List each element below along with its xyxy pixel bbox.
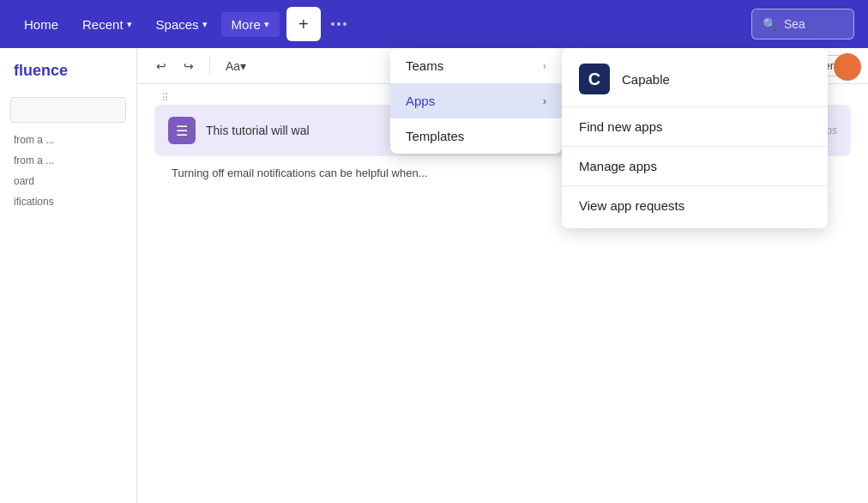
tutorial-text: This tutorial will wal: [206, 124, 310, 137]
nav-recent[interactable]: Recent ▾: [72, 12, 142, 37]
chevron-down-icon: ▾: [127, 19, 132, 30]
apps-manage[interactable]: Manage apps: [562, 150, 828, 182]
nav-more-label: More: [232, 17, 261, 32]
dropdown-apps: C Capable Find new apps Manage apps View…: [562, 48, 828, 228]
dots-menu[interactable]: [331, 22, 347, 26]
dropdown-more: Teams › Apps › Templates: [390, 48, 562, 154]
sidebar: fluence from a ... from a ... oard ifica…: [0, 48, 137, 503]
apps-separator: [562, 146, 828, 147]
dropdown-item-teams[interactable]: Teams ›: [390, 48, 562, 83]
chevron-down-icon: ▾: [202, 19, 208, 30]
nav-more[interactable]: More ▾: [221, 12, 280, 37]
sidebar-item-1[interactable]: from a ...: [0, 130, 136, 150]
search-box[interactable]: 🔍 Sea: [751, 9, 854, 39]
redo-button[interactable]: ↪: [178, 56, 199, 76]
nav-recent-label: Recent: [82, 17, 124, 32]
apps-find-new[interactable]: Find new apps: [562, 111, 828, 142]
nav-spaces[interactable]: Spaces ▾: [146, 12, 218, 37]
teams-label: Teams: [406, 58, 443, 73]
topnav: Home Recent ▾ Spaces ▾ More ▾ + 🔍 Sea: [0, 0, 868, 48]
dropdown-item-apps[interactable]: Apps ›: [390, 83, 562, 118]
font-button[interactable]: Aa▾: [220, 56, 251, 76]
dot: [337, 22, 341, 26]
dropdown-item-templates[interactable]: Templates: [390, 118, 562, 154]
apps-label: Apps: [406, 94, 435, 108]
sidebar-item-3[interactable]: oard: [0, 171, 136, 191]
drag-handle: ⠿: [161, 92, 169, 104]
apps-item-capable[interactable]: C Capable: [562, 55, 828, 103]
tutorial-icon: ☰: [168, 117, 196, 144]
nav-spaces-label: Spaces: [156, 17, 199, 32]
dot: [331, 22, 335, 26]
chevron-right-icon: ›: [543, 95, 546, 107]
sidebar-logo: fluence: [0, 62, 136, 90]
apps-view-requests[interactable]: View app requests: [562, 190, 828, 221]
nav-home[interactable]: Home: [14, 12, 69, 37]
undo-button[interactable]: ↩: [151, 56, 172, 76]
sidebar-item-2[interactable]: from a ...: [0, 150, 136, 171]
chevron-down-icon: ▾: [264, 19, 269, 30]
sidebar-search[interactable]: [10, 97, 126, 123]
dot: [343, 22, 347, 26]
templates-label: Templates: [406, 129, 464, 143]
apps-separator: [562, 106, 828, 107]
chevron-right-icon: ›: [543, 60, 546, 72]
capable-name: Capable: [622, 72, 670, 87]
sidebar-item-4[interactable]: ifications: [0, 191, 136, 212]
capable-logo: C: [579, 64, 610, 94]
search-label: Sea: [784, 17, 805, 31]
apps-separator: [562, 185, 828, 186]
add-button[interactable]: +: [286, 7, 321, 41]
toolbar-separator: [209, 58, 210, 75]
avatar[interactable]: [834, 53, 861, 81]
search-icon: 🔍: [763, 17, 777, 31]
